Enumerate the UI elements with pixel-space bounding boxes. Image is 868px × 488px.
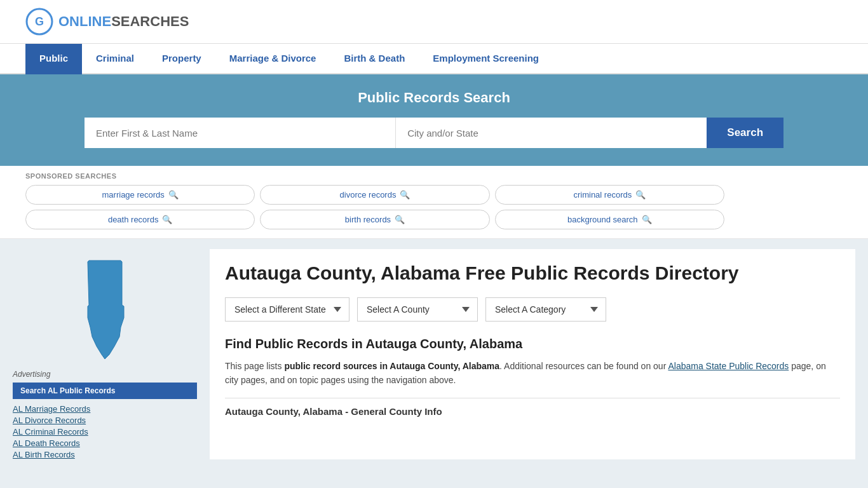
ad-link-criminal[interactable]: AL Criminal Records [13,427,197,437]
nav-item-criminal[interactable]: Criminal [82,44,148,74]
search-icon-4: 🔍 [162,215,172,224]
sidebar: Advertising Search AL Public Records AL … [13,249,197,459]
sponsored-item-divorce[interactable]: divorce records 🔍 [260,185,489,205]
svg-text:G: G [35,15,44,28]
main-area: Advertising Search AL Public Records AL … [0,239,868,470]
category-dropdown[interactable]: Select A Category [485,297,606,322]
search-button[interactable]: Search [707,118,783,148]
ad-link-death[interactable]: AL Death Records [13,438,197,448]
sponsored-item-criminal[interactable]: criminal records 🔍 [495,185,724,205]
hero-title: Public Records Search [25,90,843,106]
ad-link-divorce[interactable]: AL Divorce Records [13,416,197,425]
ad-link-marriage[interactable]: AL Marriage Records [13,404,197,414]
search-bar: Search [85,118,783,148]
two-col-layout: Advertising Search AL Public Records AL … [13,239,855,470]
logo[interactable]: G ONLINESEARCHES [25,8,189,36]
location-input[interactable] [396,118,707,148]
main-nav: Public Criminal Property Marriage & Divo… [0,44,868,74]
main-content: Autauga County, Alabama Free Public Reco… [210,249,855,459]
county-info-header: Autauga County, Alabama - General County… [225,398,840,417]
search-icon-6: 🔍 [642,215,652,224]
header: G ONLINESEARCHES [0,0,868,44]
sponsored-item-death[interactable]: death records 🔍 [25,210,255,229]
advertising-section: Advertising Search AL Public Records AL … [13,370,197,459]
sponsored-grid: marriage records 🔍 divorce records 🔍 cri… [25,185,724,229]
nav-item-employment[interactable]: Employment Screening [419,44,553,74]
find-description: This page lists public record sources in… [225,359,840,388]
sponsored-section: SPONSORED SEARCHES marriage records 🔍 di… [0,166,868,239]
nav-item-marriage-divorce[interactable]: Marriage & Divorce [215,44,330,74]
find-title: Find Public Records in Autauga County, A… [225,337,840,351]
county-dropdown[interactable]: Select A County [357,297,478,322]
state-map [13,254,197,362]
ad-links: AL Marriage Records AL Divorce Records A… [13,404,197,459]
hero-section: Public Records Search Search [0,74,868,166]
name-input[interactable] [85,118,396,148]
alabama-map-svg [64,254,146,362]
nav-item-public[interactable]: Public [25,44,82,74]
search-icon-5: 🔍 [395,215,405,224]
search-icon-2: 🔍 [400,190,410,200]
ad-link-birth[interactable]: AL Birth Records [13,450,197,459]
sponsored-item-marriage[interactable]: marriage records 🔍 [25,185,255,205]
alabama-state-link[interactable]: Alabama State Public Records [668,361,789,371]
state-dropdown[interactable]: Select a Different State [225,297,349,322]
logo-text: ONLINESEARCHES [58,13,189,30]
sponsored-item-background[interactable]: background search 🔍 [495,210,724,229]
sponsored-item-birth[interactable]: birth records 🔍 [260,210,489,229]
page-title: Autauga County, Alabama Free Public Reco… [225,262,840,285]
search-icon-1: 🔍 [168,190,179,200]
advertising-label: Advertising [13,370,197,379]
search-al-public-records-button[interactable]: Search AL Public Records [13,383,197,399]
nav-item-birth-death[interactable]: Birth & Death [330,44,419,74]
logo-icon: G [25,8,53,36]
nav-item-property[interactable]: Property [148,44,215,74]
sponsored-label: SPONSORED SEARCHES [25,172,843,180]
content-inner: Autauga County, Alabama Free Public Reco… [210,249,855,430]
dropdowns-row: Select a Different State Select A County… [225,297,840,322]
search-icon-3: 🔍 [635,190,646,200]
